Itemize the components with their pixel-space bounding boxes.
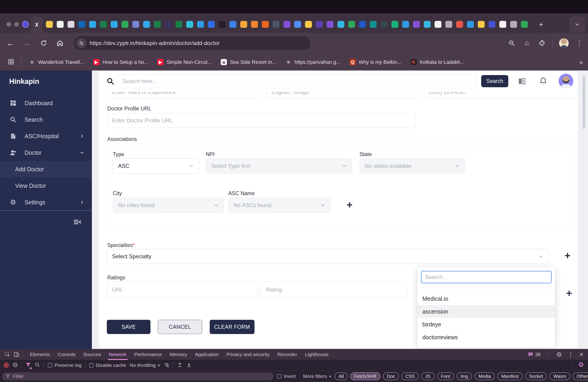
sidebar-item-doctor[interactable]: Doctor [0,144,92,161]
notifications-bell-icon[interactable] [538,76,548,87]
dropdown-option[interactable]: Medical.io [417,292,555,305]
bookmark-item[interactable]: a Sea Side Resort in... [221,59,276,65]
clear-form-button[interactable]: CLEAR FORM [210,320,254,334]
sidebar-collapse-button[interactable] [73,218,81,227]
browser-tab[interactable] [445,21,452,28]
browser-tab[interactable] [380,21,387,28]
devtools-tab[interactable]: Performance [130,349,166,360]
sidebar-item-view-doctor[interactable]: View Doctor [0,178,92,194]
devtools-menu-icon[interactable]: ⋮ [567,351,574,358]
bookmarks-overflow-chevron[interactable]: » [579,58,583,66]
browser-tab[interactable] [186,21,193,28]
browser-tab[interactable] [435,21,441,28]
browser-tab[interactable] [294,21,301,28]
back-button[interactable]: ← [5,33,17,54]
record-network-log-button[interactable] [4,363,9,368]
bookmark-star-button[interactable]: ☆ [522,39,531,47]
browser-tab[interactable] [337,21,344,28]
device-toolbar-icon[interactable] [12,351,21,358]
specialty-select[interactable]: Select Specialty [107,249,549,264]
browser-tab[interactable] [413,21,420,28]
zoom-lens-button[interactable] [507,40,516,47]
devtools-tab[interactable]: Application [191,349,223,360]
rating-url-input[interactable] [107,281,258,298]
browser-tab[interactable] [230,21,236,28]
devtools-tab[interactable]: Console [54,349,80,360]
preserve-log-control[interactable]: Preserve log [48,362,82,368]
user-avatar[interactable] [559,74,573,88]
browser-tab[interactable] [327,21,334,28]
browser-tab[interactable] [219,21,226,28]
dropdown-search-input[interactable] [421,271,551,283]
browser-tab[interactable] [478,21,485,28]
doctor-profile-url-input[interactable] [107,113,416,128]
browser-tab[interactable] [488,21,495,28]
request-type-chip[interactable]: Manifest [497,372,523,380]
browser-tab[interactable] [67,21,74,28]
browser-tab[interactable] [46,21,53,28]
devtools-tab[interactable]: Network [105,349,130,360]
network-search-button[interactable] [35,362,40,369]
sidebar-item-add-doctor[interactable]: Add Doctor [0,161,92,178]
browser-tab[interactable] [122,21,128,28]
browser-menu-button[interactable]: ⋮ [575,39,584,47]
bookmark-item[interactable]: K Kolkata to Ladakh... [411,59,464,65]
request-type-chip[interactable]: Media [475,372,495,380]
browser-tab[interactable] [165,21,171,28]
browser-tab[interactable] [57,21,64,28]
tab-search-button[interactable] [569,17,585,32]
network-conditions-button[interactable] [164,362,169,369]
asc-name-select[interactable]: No ASCs found [228,198,331,213]
devtools-tab[interactable]: Privacy and security [222,349,273,360]
browser-tab[interactable] [391,21,398,28]
browser-tab[interactable] [240,21,247,28]
disable-cache-control[interactable]: Disable cache [89,362,126,368]
devtools-tab[interactable]: Sources [80,349,105,360]
browser-tab[interactable] [89,21,96,28]
request-type-chip[interactable]: Doc [383,372,399,380]
home-button[interactable] [54,33,66,54]
global-search-input[interactable] [116,74,476,88]
traffic-light-close[interactable] [6,22,11,27]
add-association-button[interactable]: + [347,200,353,210]
invert-filter-control[interactable]: Invert [277,374,296,379]
forward-button[interactable]: → [21,33,33,54]
browser-tab[interactable] [359,21,366,28]
browser-tab[interactable] [402,21,409,28]
sidebar-item-dashboard[interactable]: Dashboard [0,95,92,111]
bookmark-item[interactable]: ⊕ Wanderlust Travell... [29,59,84,65]
browser-tab[interactable] [175,21,182,28]
sidebar-item-settings[interactable]: ⚙ Settings [0,194,92,211]
network-filter-input[interactable]: Filter [2,372,273,380]
throttling-select[interactable]: No throttling ▾ [130,362,160,368]
page-scrollbar[interactable] [583,76,585,129]
export-har-button[interactable] [186,362,192,369]
import-har-button[interactable] [177,362,183,369]
extensions-button[interactable] [537,40,547,47]
clear-network-log-button[interactable] [12,362,18,369]
pinned-tab-favicon[interactable] [22,21,29,28]
book-icon[interactable] [517,77,526,87]
browser-profile-avatar[interactable] [559,38,569,48]
console-messages-button[interactable]: 38 [528,352,541,357]
browser-tab[interactable] [499,21,506,28]
devtools-tab[interactable]: Memory [166,349,191,360]
devtools-tab[interactable]: Recorder [273,349,301,360]
request-type-chip[interactable]: Socket [525,372,547,380]
browser-tab[interactable] [197,21,204,28]
global-search-button[interactable]: Search [481,75,508,87]
request-type-chip[interactable]: Font [437,372,454,380]
active-tab[interactable]: X [31,17,43,33]
request-type-chip[interactable]: Fetch/XHR [350,372,380,380]
request-type-chip[interactable]: Wasm [549,372,570,380]
devtools-tab[interactable]: Lighthouse [301,349,333,360]
browser-tab[interactable] [370,21,377,28]
npi-select[interactable]: Select Type first [206,158,352,174]
apps-grid-icon[interactable] [8,59,14,66]
browser-tab[interactable] [424,21,431,28]
city-select[interactable]: No cities found [113,198,224,213]
network-settings-gear-icon[interactable]: ⚙ [578,361,584,368]
browser-tab[interactable] [100,21,107,28]
invert-checkbox[interactable] [277,374,281,379]
request-type-chip[interactable]: Img [457,372,472,380]
